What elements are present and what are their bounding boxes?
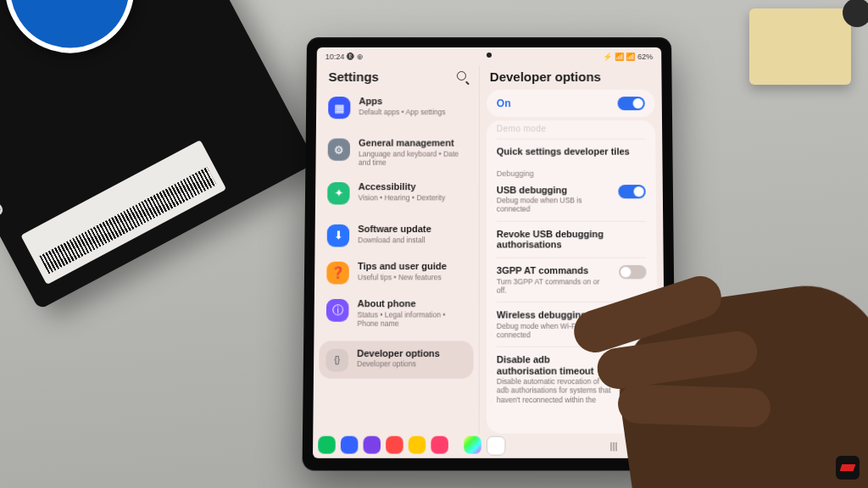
settings-header: Settings — [316, 66, 478, 89]
item-title: Tips and user guide — [358, 261, 467, 272]
box-round-badge — [0, 0, 157, 75]
nav-recents-button[interactable]: ||| — [610, 441, 618, 452]
item-title: Apps — [359, 96, 466, 107]
row-demo-mode-cutoff[interactable]: Demo mode — [487, 120, 655, 138]
settings-item-software-update[interactable]: ⬇ Software update Download and install — [320, 217, 473, 254]
item-title: Accessibility — [359, 181, 467, 192]
settings-item-general-management[interactable]: ⚙ General management Language and keyboa… — [320, 130, 473, 174]
status-bar: 10:24 🅡 ⊕ ⚡ 📶 📶 62% — [317, 47, 662, 66]
dock-app-phone-icon[interactable] — [318, 436, 336, 454]
search-icon[interactable] — [457, 70, 469, 82]
item-title: Software update — [358, 224, 466, 235]
developer-options-title: Developer options — [490, 69, 601, 84]
settings-master-pane: Settings ▦ Apps Default apps • App setti… — [313, 66, 480, 434]
dock-app-chat-icon[interactable] — [341, 436, 359, 454]
tablet-device: 10:24 🅡 ⊕ ⚡ 📶 📶 62% Settings ▦ Apps — [303, 37, 676, 471]
item-title: About phone — [358, 298, 467, 309]
item-title: General management — [359, 137, 467, 148]
settings-title: Settings — [328, 69, 378, 84]
master-toggle-switch[interactable] — [618, 97, 645, 110]
row-usb-debugging[interactable]: USB debugging Debug mode when USB is con… — [487, 178, 656, 221]
row-wireless-debugging[interactable]: Wireless debugging Debug mode when Wi‑Fi… — [487, 302, 658, 347]
navigation-bar: ||| ○ < — [313, 434, 665, 458]
software-update-icon: ⬇ — [327, 225, 350, 247]
settings-list[interactable]: ▦ Apps Default apps • App settings ⚙ Gen… — [313, 89, 479, 434]
status-left-icons: 🅡 ⊕ — [347, 53, 364, 61]
camera-cutout-icon — [487, 53, 492, 58]
master-toggle-card[interactable]: On — [487, 90, 655, 117]
dock-app-store-icon[interactable] — [386, 436, 403, 454]
master-toggle-label: On — [497, 97, 511, 109]
accessibility-icon: ✦ — [327, 182, 349, 204]
3gpp-toggle[interactable] — [619, 265, 647, 279]
row-3gpp-at-commands[interactable]: 3GPP AT commands Turn 3GPP AT commands o… — [487, 258, 657, 302]
nav-home-button[interactable]: ○ — [630, 441, 636, 452]
nav-back-button[interactable]: < — [648, 441, 654, 452]
row-disable-adb-timeout[interactable]: Disable adb authorisation timeout Disabl… — [487, 347, 659, 412]
developer-options-pane: Developer options On Demo mode Quick set… — [480, 66, 665, 434]
dock-app-youtube-icon[interactable] — [487, 436, 506, 456]
channel-watermark-icon — [836, 456, 860, 480]
row-quick-settings-tiles[interactable]: Quick settings developer tiles — [487, 139, 656, 164]
settings-item-accessibility[interactable]: ✦ Accessibility Vision • Hearing • Dexte… — [320, 175, 474, 212]
wooden-clamp — [732, 0, 868, 102]
wireless-debugging-toggle[interactable] — [619, 309, 647, 323]
developer-options-icon: {} — [326, 349, 348, 372]
dock-app-camera-icon[interactable] — [431, 436, 448, 454]
item-subtitle: Developer options — [357, 360, 466, 369]
dock-app-play-icon[interactable] — [464, 436, 481, 454]
app-dock — [318, 436, 603, 456]
item-subtitle: Default apps • App settings — [359, 108, 466, 117]
adb-timeout-toggle[interactable] — [620, 354, 648, 369]
item-title: Developer options — [357, 347, 466, 358]
tips-icon: ❓ — [326, 262, 349, 285]
dock-app-browser-icon[interactable] — [363, 436, 381, 454]
status-time: 10:24 — [326, 53, 345, 61]
apps-icon: ▦ — [328, 97, 350, 119]
box-product-name: Galaxy Z Fold6 — [0, 88, 9, 221]
dock-app-gallery-icon[interactable] — [409, 436, 426, 454]
item-subtitle: Vision • Hearing • Dexterity — [359, 193, 467, 202]
item-subtitle: Status • Legal information • Phone name — [357, 310, 466, 329]
item-subtitle: Download and install — [358, 236, 466, 245]
usb-debugging-toggle[interactable] — [618, 185, 645, 198]
settings-item-tips[interactable]: ❓ Tips and user guide Useful tips • New … — [320, 253, 474, 291]
settings-item-about-phone[interactable]: ⓘ About phone Status • Legal information… — [320, 291, 474, 336]
developer-options-header: Developer options — [480, 66, 662, 90]
system-nav: ||| ○ < — [603, 441, 659, 452]
status-right-icons: ⚡ 📶 📶 62% — [604, 53, 654, 61]
about-phone-icon: ⓘ — [326, 299, 349, 322]
item-subtitle: Language and keyboard • Date and time — [359, 149, 467, 168]
row-revoke-usb-auth[interactable]: Revoke USB debugging authorisations — [487, 221, 657, 257]
developer-options-list[interactable]: Demo mode Quick settings developer tiles… — [487, 120, 659, 433]
general-management-icon: ⚙ — [328, 138, 350, 160]
section-label-debugging: Debugging — [487, 164, 656, 177]
item-subtitle: Useful tips • New features — [358, 273, 467, 282]
settings-item-apps[interactable]: ▦ Apps Default apps • App settings — [321, 89, 474, 125]
tablet-screen: 10:24 🅡 ⊕ ⚡ 📶 📶 62% Settings ▦ Apps — [313, 47, 665, 458]
settings-item-developer-options[interactable]: {} Developer options Developer options — [319, 341, 473, 379]
